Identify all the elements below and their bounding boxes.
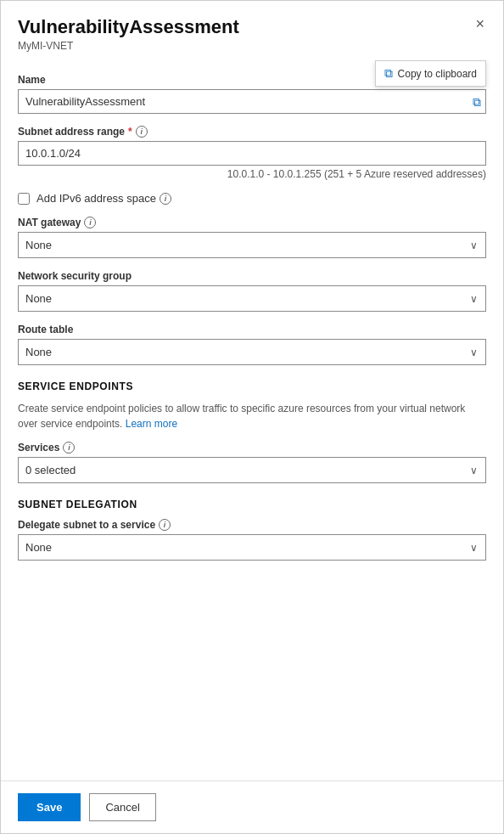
address-hint: 10.0.1.0 - 10.0.1.255 (251 + 5 Azure res… [18, 168, 486, 180]
nat-gateway-info-icon[interactable]: i [84, 217, 96, 228]
ipv6-info-icon[interactable]: i [160, 193, 171, 205]
panel-title: VulnerabilityAssessment [18, 16, 486, 38]
delegate-label: Delegate subnet to a service i [18, 519, 486, 531]
ipv6-checkbox-row: Add IPv6 address space i [18, 192, 486, 205]
name-input-wrapper: ⧉ [18, 89, 486, 114]
ipv6-label: Add IPv6 address space i [36, 192, 171, 205]
panel: VulnerabilityAssessment MyMI-VNET × ⧉ Co… [0, 0, 504, 834]
delegate-field-group: Delegate subnet to a service i None ∨ [18, 519, 486, 561]
route-table-field-group: Route table None ∨ [18, 324, 486, 365]
learn-more-link[interactable]: Learn more [126, 418, 177, 430]
subnet-address-label: Subnet address range * i [18, 126, 486, 138]
ipv6-checkbox[interactable] [18, 193, 30, 205]
subnet-address-info-icon[interactable]: i [136, 126, 148, 138]
nsg-select-wrapper: None ∨ [18, 285, 486, 312]
panel-header: VulnerabilityAssessment MyMI-VNET × [1, 1, 503, 60]
delegate-select-wrapper: None ∨ [18, 534, 486, 561]
services-info-icon[interactable]: i [63, 442, 75, 454]
services-field-group: Services i 0 selected ∨ [18, 442, 486, 483]
service-endpoints-description: Create service endpoint policies to allo… [18, 401, 486, 431]
panel-body: ⧉ Copy to clipboard Name ⧉ Subnet addres… [1, 60, 503, 780]
clipboard-icon: ⧉ [384, 66, 393, 81]
nsg-select[interactable]: None [18, 285, 486, 312]
close-button[interactable]: × [470, 14, 490, 33]
services-select[interactable]: 0 selected [18, 457, 486, 483]
required-star: * [128, 126, 132, 138]
delegate-info-icon[interactable]: i [159, 519, 171, 531]
services-select-wrapper: 0 selected ∨ [18, 457, 486, 483]
subnet-address-input[interactable] [18, 141, 486, 166]
panel-footer: Save Cancel [1, 780, 503, 833]
subnet-address-field-group: Subnet address range * i 10.0.1.0 - 10.0… [18, 126, 486, 180]
route-table-label: Route table [18, 324, 486, 335]
nat-gateway-select[interactable]: None [18, 232, 486, 258]
clipboard-tooltip-label: Copy to clipboard [398, 68, 477, 80]
nsg-field-group: Network security group None ∨ [18, 270, 486, 312]
clipboard-tooltip: ⧉ Copy to clipboard [375, 60, 486, 87]
subnet-delegation-heading: SUBNET DELEGATION [18, 499, 486, 510]
nsg-label: Network security group [18, 270, 486, 282]
name-copy-icon[interactable]: ⧉ [473, 94, 481, 109]
route-table-select-wrapper: None ∨ [18, 339, 486, 365]
nat-gateway-label: NAT gateway i [18, 217, 486, 228]
service-endpoints-heading: SERVICE ENDPOINTS [18, 380, 486, 392]
nat-gateway-select-wrapper: None ∨ [18, 232, 486, 258]
delegate-select[interactable]: None [18, 534, 486, 561]
subnet-address-input-wrapper [18, 141, 486, 166]
name-input[interactable] [18, 89, 486, 114]
panel-subtitle: MyMI-VNET [18, 40, 486, 52]
save-button[interactable]: Save [18, 793, 81, 821]
services-label: Services i [18, 442, 486, 454]
route-table-select[interactable]: None [18, 339, 486, 365]
cancel-button[interactable]: Cancel [89, 793, 155, 821]
nat-gateway-field-group: NAT gateway i None ∨ [18, 217, 486, 258]
